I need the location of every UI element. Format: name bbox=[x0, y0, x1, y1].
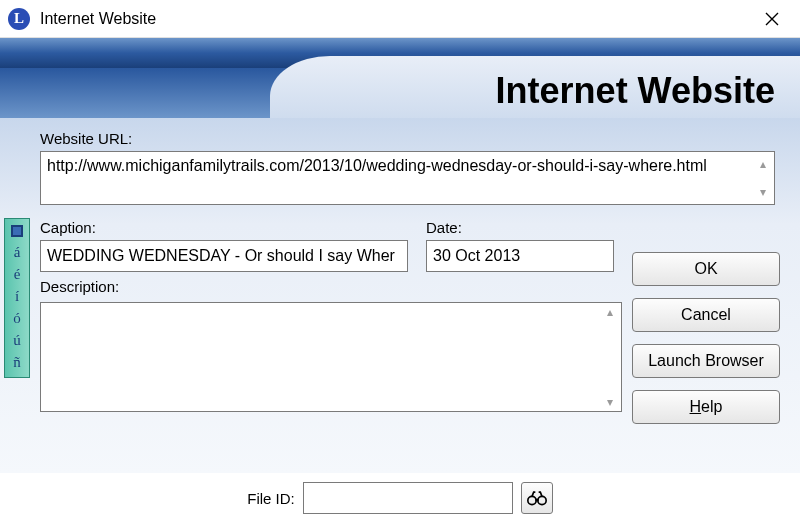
svg-point-1 bbox=[538, 496, 546, 504]
accent-char[interactable]: é bbox=[5, 263, 29, 285]
window-title: Internet Website bbox=[40, 10, 752, 28]
help-button[interactable]: Help bbox=[632, 390, 780, 424]
close-button[interactable] bbox=[752, 9, 792, 29]
file-id-label: File ID: bbox=[247, 490, 295, 507]
content-area: á é í ó ú ñ Website URL: http://www.mich… bbox=[0, 118, 800, 473]
url-label: Website URL: bbox=[40, 130, 780, 147]
caption-label: Caption: bbox=[40, 219, 408, 236]
ok-button[interactable]: OK bbox=[632, 252, 780, 286]
accent-char[interactable]: ú bbox=[5, 329, 29, 351]
file-id-input[interactable] bbox=[303, 482, 513, 514]
search-file-button[interactable] bbox=[521, 482, 553, 514]
header-band: Internet Website bbox=[0, 38, 800, 118]
svg-rect-2 bbox=[535, 499, 538, 502]
help-button-label: Help bbox=[690, 398, 723, 416]
accent-char-sidebar[interactable]: á é í ó ú ñ bbox=[4, 218, 30, 378]
page-title: Internet Website bbox=[496, 70, 775, 112]
url-value: http://www.michiganfamilytrails.com/2013… bbox=[47, 157, 707, 174]
footer: File ID: bbox=[0, 473, 800, 523]
url-scrollbar[interactable]: ▴ ▾ bbox=[754, 154, 772, 202]
scroll-down-icon[interactable]: ▾ bbox=[754, 182, 772, 202]
accent-char[interactable]: ñ bbox=[5, 351, 29, 373]
date-label: Date: bbox=[426, 219, 614, 236]
sidebar-toggle-icon[interactable] bbox=[11, 225, 23, 237]
titlebar: L Internet Website bbox=[0, 0, 800, 38]
description-scrollbar[interactable]: ▴ ▾ bbox=[601, 305, 619, 409]
url-input[interactable]: http://www.michiganfamilytrails.com/2013… bbox=[40, 151, 775, 205]
app-icon: L bbox=[8, 8, 30, 30]
scroll-up-icon[interactable]: ▴ bbox=[601, 305, 619, 319]
accent-char[interactable]: á bbox=[5, 241, 29, 263]
launch-browser-button[interactable]: Launch Browser bbox=[632, 344, 780, 378]
accent-char[interactable]: ó bbox=[5, 307, 29, 329]
caption-input[interactable] bbox=[40, 240, 408, 272]
description-label: Description: bbox=[40, 278, 408, 295]
scroll-down-icon[interactable]: ▾ bbox=[601, 395, 619, 409]
close-icon bbox=[765, 12, 779, 26]
accent-char[interactable]: í bbox=[5, 285, 29, 307]
binoculars-icon bbox=[527, 489, 547, 507]
ok-button-label: OK bbox=[694, 260, 717, 278]
launch-browser-label: Launch Browser bbox=[648, 352, 764, 370]
date-input[interactable] bbox=[426, 240, 614, 272]
scroll-up-icon[interactable]: ▴ bbox=[754, 154, 772, 174]
cancel-button[interactable]: Cancel bbox=[632, 298, 780, 332]
description-input[interactable]: ▴ ▾ bbox=[40, 302, 622, 412]
svg-point-0 bbox=[528, 496, 536, 504]
cancel-button-label: Cancel bbox=[681, 306, 731, 324]
